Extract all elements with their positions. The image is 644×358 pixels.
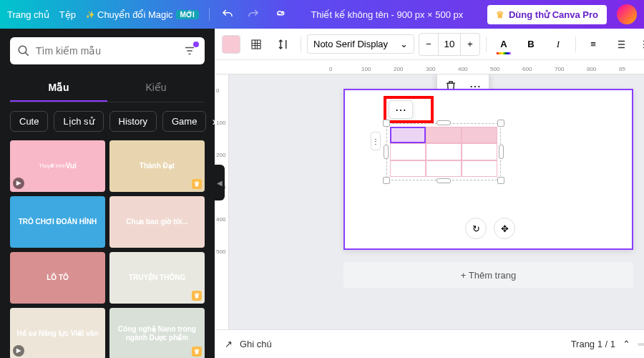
font-size-stepper: − + [419,33,480,56]
template-search[interactable] [10,37,205,64]
italic-button[interactable]: I [547,33,570,56]
resize-edge[interactable] [436,178,451,183]
resize-handle[interactable] [497,120,504,127]
decrease-size-button[interactable]: − [419,34,438,55]
home-link[interactable]: Trang chủ [7,9,49,20]
crown-icon: ♛ [496,9,504,20]
template-card[interactable]: LÔ TÔ [10,252,105,304]
cloud-sync-icon[interactable] [271,6,287,22]
document-title[interactable]: Thiết kế không tên - 900 px × 500 px [297,9,477,20]
premium-crown-icon: ♛ [192,291,202,301]
chevron-down-icon: ⌄ [400,39,408,49]
sidebar-collapse-handle[interactable]: ◀ [215,165,225,200]
redo-icon[interactable] [245,6,261,22]
resize-handle[interactable] [383,120,390,127]
template-grid: Thuyết trìnhVui▶Thành Đạt♛TRÒ CHƠI ĐOÁN … [10,140,205,358]
notes-button[interactable]: Ghi chú [240,339,272,349]
sparkle-icon: ✨ [86,11,94,19]
category-history[interactable]: History [109,111,157,132]
resize-handle[interactable] [497,177,504,184]
top-menu-bar: Trang chủ Tệp ✨ Chuyển đổi Magic MỚI Thi… [0,0,644,29]
row-drag-handle[interactable]: ⋮ [371,132,381,150]
category-history-vi[interactable]: Lịch sử [54,111,103,132]
template-card[interactable]: Hồ sơ Năng lực Viết văn▶ [10,308,105,358]
increase-size-button[interactable]: + [461,34,479,55]
template-card[interactable]: Thuyết trìnhVui▶ [10,140,105,192]
undo-icon[interactable] [220,6,235,22]
selected-table-element[interactable] [386,123,501,180]
template-card[interactable]: TRUYỀN THÔNG♛ [109,252,205,304]
resize-edge[interactable] [384,145,389,159]
search-icon [17,44,30,57]
table-context-button[interactable]: ⋯ [389,100,413,119]
separator [209,8,210,21]
category-chips: Cute Lịch sử History Game › [10,111,205,132]
user-avatar[interactable] [617,4,637,24]
bold-button[interactable]: B [519,33,542,56]
template-card[interactable]: Chưa bao giờ tôi... [109,196,205,248]
premium-crown-icon: ♛ [192,347,202,357]
new-badge: MỚI [176,10,199,19]
page-indicator[interactable]: Trang 1 / 1 [571,339,615,349]
magic-switch[interactable]: ✨ Chuyển đổi Magic MỚI [86,9,199,20]
template-card[interactable]: TRÒ CHƠI ĐOÁN HÌNH [10,196,105,248]
spacing2-icon[interactable] [636,33,644,56]
templates-sidebar: Mẫu Kiểu Cute Lịch sử History Game › Thu… [0,29,215,358]
zoom-slider[interactable] [638,343,644,346]
vertical-ruler: 0100200300400500 [215,74,229,329]
move-icon[interactable]: ✥ [494,218,515,239]
add-page-button[interactable]: + Thêm trang [343,262,633,288]
chevron-up-icon[interactable]: ⌃ [623,339,630,349]
notes-icon[interactable]: ↗ [225,339,233,349]
category-cute[interactable]: Cute [10,111,48,132]
list-icon[interactable] [609,33,632,56]
horizontal-ruler: 010020030040050060070080085 [215,60,644,74]
format-toolbar: Noto Serif Display ⌄ − + A B I ≡ Chuyể [215,29,644,60]
premium-crown-icon: ♛ [192,179,202,189]
svg-rect-1 [252,40,260,49]
fill-color-swatch[interactable] [222,35,240,54]
canvas-viewport[interactable]: 0100200300400500 ⋯ ⋯ ⋮ [215,74,644,329]
try-pro-button[interactable]: ♛ Dùng thử Canva Pro [487,5,607,24]
font-size-input[interactable] [438,34,461,55]
bottom-status-bar: ↗ Ghi chú Trang 1 / 1 ⌃ [215,329,644,358]
sidebar-tabs: Mẫu Kiểu [10,74,205,102]
search-input[interactable] [36,45,176,57]
table-grid[interactable] [386,123,501,180]
svg-point-0 [19,46,26,54]
canvas-area: Noto Serif Display ⌄ − + A B I ≡ Chuyể 0… [215,29,644,358]
border-style-icon[interactable] [245,33,268,56]
play-icon: ▶ [13,178,24,189]
template-card[interactable]: Thành Đạt♛ [109,140,205,192]
resize-edge[interactable] [499,145,504,159]
tab-templates[interactable]: Mẫu [10,74,107,102]
play-icon: ▶ [13,345,24,357]
align-icon[interactable]: ≡ [582,33,605,56]
filter-active-dot [193,42,199,47]
template-card[interactable]: Công nghệ Nano trong ngành Dược phẩm♛ [109,308,205,358]
rotate-icon[interactable]: ↻ [465,218,487,239]
file-menu[interactable]: Tệp [59,9,76,20]
spacing-icon[interactable] [272,33,295,56]
category-game[interactable]: Game [162,111,206,132]
resize-handle[interactable] [383,177,390,184]
text-color-icon[interactable]: A [492,33,515,56]
tab-styles[interactable]: Kiểu [107,74,205,102]
filter-icon[interactable] [182,43,197,59]
element-quick-controls: ↻ ✥ [465,218,515,239]
resize-edge[interactable] [436,120,451,125]
font-family-select[interactable]: Noto Serif Display ⌄ [307,34,414,54]
